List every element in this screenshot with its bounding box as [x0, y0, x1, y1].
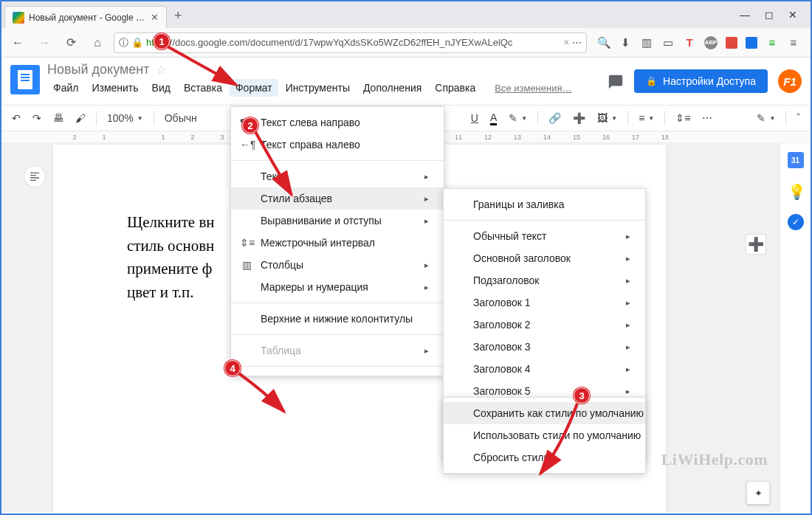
- menu-edit[interactable]: Изменить: [86, 79, 144, 97]
- side-panel: 31 💡 ✓: [780, 143, 811, 512]
- menu-tools[interactable]: Инструменты: [280, 79, 356, 97]
- url-input[interactable]: ⓘ 🔒 https://docs.google.com/document/d/1…: [114, 32, 587, 53]
- menu-align[interactable]: Выравнивание и отступы▸: [231, 210, 444, 232]
- comments-icon[interactable]: [608, 74, 624, 89]
- menu-reset-styles[interactable]: Сбросить стили: [444, 446, 645, 469]
- forward-button[interactable]: →: [34, 32, 55, 53]
- menu-h2[interactable]: Заголовок 2▸: [444, 314, 645, 336]
- insert-comment-button[interactable]: ➕: [568, 109, 590, 127]
- add-comment-button[interactable]: ➕: [746, 234, 766, 255]
- menu-use-default[interactable]: Использовать стили по умолчанию: [444, 424, 645, 446]
- annotation-badge-4: 4: [224, 360, 241, 376]
- paint-format-button[interactable]: 🖌: [71, 109, 90, 127]
- print-button[interactable]: 🖶: [49, 109, 68, 127]
- f1-help-icon[interactable]: F1: [778, 69, 802, 93]
- menu-addons[interactable]: Дополнения: [357, 79, 427, 97]
- redo-button[interactable]: ↷: [28, 109, 46, 127]
- ext-blue-icon[interactable]: [746, 37, 757, 49]
- menu-line-spacing[interactable]: ⇕≡Межстрочный интервал: [231, 232, 444, 254]
- styles-options-menu: Сохранить как стили по умолчанию Использ…: [443, 397, 646, 474]
- line-spacing-button[interactable]: ⇕≡: [671, 109, 695, 127]
- browser-tab-strip: Новый документ - Google Док ✕ + — ◻ ✕: [1, 1, 811, 28]
- maximize-icon[interactable]: ◻: [765, 9, 774, 21]
- watermark: LiWiHelp.com: [661, 450, 768, 469]
- menu-h4[interactable]: Заголовок 4▸: [444, 358, 645, 380]
- annotation-badge-2: 2: [242, 117, 258, 134]
- underline-button[interactable]: U: [467, 109, 483, 127]
- menu-h3[interactable]: Заголовок 3▸: [444, 336, 645, 358]
- address-bar: ← → ⟳ ⌂ ⓘ 🔒 https://docs.google.com/docu…: [1, 28, 811, 58]
- menu-normal-text[interactable]: Обычный текст▸: [444, 225, 645, 247]
- keep-icon[interactable]: 💡: [788, 183, 804, 199]
- menu-columns[interactable]: ▥Столбцы▸: [231, 254, 444, 276]
- menu-rtl[interactable]: ←¶Текст справа налево: [231, 134, 444, 156]
- menu-help[interactable]: Справка: [429, 79, 481, 97]
- ext-abp-icon[interactable]: ABP: [704, 36, 718, 49]
- lock-icon: 🔒: [646, 76, 657, 86]
- browser-toolbar-icons: 🔍 ⬇ ▥ ▭ T ABP ≡ ≡: [593, 36, 805, 49]
- menu-text[interactable]: Текст▸: [231, 165, 444, 187]
- menu-borders[interactable]: Границы и заливка: [444, 193, 645, 215]
- docs-menubar: Файл Изменить Вид Вставка Формат Инструм…: [47, 79, 572, 97]
- outline-button[interactable]: [24, 165, 46, 187]
- download-icon[interactable]: ⬇: [619, 36, 632, 49]
- ext-green-icon[interactable]: ≡: [765, 36, 779, 49]
- menu-table[interactable]: Таблица▸: [231, 339, 444, 362]
- ext-t-icon[interactable]: T: [683, 36, 696, 49]
- calendar-icon[interactable]: 31: [788, 152, 804, 168]
- menu-ltr[interactable]: ¶→Текст слева направо: [231, 111, 444, 134]
- styles-select[interactable]: Обычн: [160, 109, 202, 127]
- last-edit-link[interactable]: Все изменения…: [495, 83, 571, 94]
- insert-image-button[interactable]: 🖼▼: [593, 109, 622, 127]
- menu-view[interactable]: Вид: [146, 79, 176, 97]
- editing-mode-button[interactable]: ✎▼: [752, 109, 780, 127]
- rtl-icon: ←¶: [240, 139, 253, 151]
- line-spacing-icon: ⇕≡: [240, 237, 253, 249]
- favicon-icon: [13, 12, 24, 24]
- menu-headers[interactable]: Верхние и нижние колонтитулы: [231, 308, 444, 330]
- library-icon[interactable]: ▥: [640, 36, 653, 49]
- clear-url[interactable]: ✕: [563, 38, 569, 46]
- document-title[interactable]: Новый документ: [47, 62, 150, 77]
- reader-icon[interactable]: ▭: [661, 36, 675, 49]
- text-color-button[interactable]: A: [486, 108, 501, 128]
- format-menu: ¶→Текст слева направо ←¶Текст справа нал…: [230, 106, 444, 376]
- new-tab-button[interactable]: +: [167, 4, 190, 28]
- tasks-icon[interactable]: ✓: [788, 214, 804, 230]
- browser-menu-icon[interactable]: ≡: [787, 36, 800, 49]
- share-button[interactable]: 🔒 Настройки Доступа: [634, 69, 768, 93]
- menu-subtitle[interactable]: Подзаголовок▸: [444, 269, 645, 291]
- menu-format[interactable]: Формат: [230, 79, 278, 97]
- hide-menus-button[interactable]: ˆ: [792, 109, 805, 127]
- info-icon[interactable]: ⓘ: [119, 36, 128, 49]
- zoom-select[interactable]: 100%▼: [103, 109, 148, 127]
- docs-logo-icon[interactable]: [10, 65, 40, 94]
- star-icon[interactable]: ☆: [156, 63, 166, 77]
- menu-file[interactable]: Файл: [47, 79, 84, 97]
- minimize-icon[interactable]: —: [740, 9, 750, 21]
- menu-insert[interactable]: Вставка: [178, 79, 228, 97]
- browser-tab[interactable]: Новый документ - Google Док ✕: [4, 6, 167, 28]
- close-tab-icon[interactable]: ✕: [151, 12, 159, 23]
- docs-header: Новый документ ☆ Файл Изменить Вид Встав…: [1, 58, 811, 105]
- menu-para-styles[interactable]: Стили абзацев▸: [231, 187, 444, 210]
- lock-icon: 🔒: [131, 37, 143, 48]
- menu-save-default[interactable]: Сохранить как стили по умолчанию: [444, 402, 645, 424]
- highlight-button[interactable]: ✎▼: [504, 109, 531, 127]
- ext-red-icon[interactable]: [726, 37, 737, 49]
- insert-link-button[interactable]: 🔗: [544, 109, 565, 127]
- more-button[interactable]: ⋯: [698, 109, 717, 127]
- menu-bullets[interactable]: Маркеры и нумерация▸: [231, 276, 444, 298]
- back-button[interactable]: ←: [7, 32, 28, 53]
- home-button[interactable]: ⌂: [87, 32, 108, 53]
- close-window-icon[interactable]: ✕: [788, 9, 797, 21]
- url-more-icon[interactable]: ⋯: [572, 37, 582, 48]
- explore-button[interactable]: ✦: [746, 481, 770, 505]
- align-button[interactable]: ≡▼: [634, 109, 658, 127]
- annotation-badge-3: 3: [574, 387, 590, 404]
- undo-button[interactable]: ↶: [7, 109, 25, 127]
- menu-title[interactable]: Основной заголовок▸: [444, 247, 645, 269]
- menu-h1[interactable]: Заголовок 1▸: [444, 291, 645, 314]
- search-icon[interactable]: 🔍: [597, 36, 610, 49]
- reload-button[interactable]: ⟳: [61, 32, 81, 53]
